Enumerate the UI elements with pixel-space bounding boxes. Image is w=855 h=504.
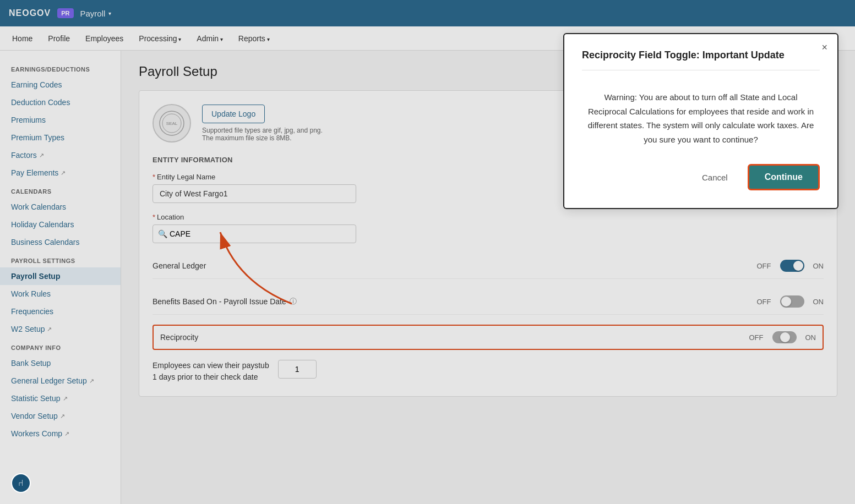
accessibility-icon: ⑁ [18,478,24,488]
dialog-continue-button[interactable]: Continue [748,164,820,190]
dialog-overlay: × Reciprocity Field Toggle: Important Up… [0,0,855,504]
dialog-cancel-button[interactable]: Cancel [693,167,737,188]
dialog-title: Reciprocity Field Toggle: Important Upda… [582,50,820,70]
dialog-body: Warning: You are about to turn off all S… [582,81,820,164]
dialog-actions: Cancel Continue [582,164,820,190]
accessibility-button[interactable]: ⑁ [11,473,31,493]
reciprocity-dialog: × Reciprocity Field Toggle: Important Up… [563,33,838,209]
dialog-close-button[interactable]: × [821,42,827,53]
